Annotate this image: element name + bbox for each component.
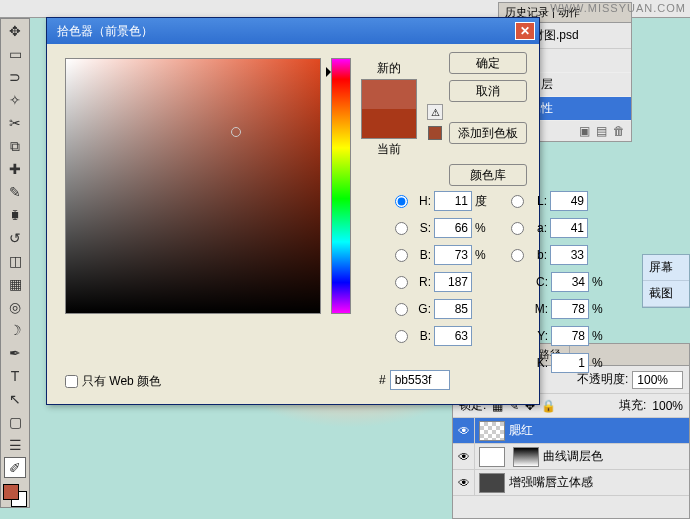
k-input[interactable] [551, 353, 589, 373]
gamut-color-swatch[interactable] [428, 126, 442, 140]
lock-all-icon[interactable]: 🔒 [541, 399, 556, 413]
path-tool[interactable]: ↖ [4, 388, 26, 409]
color-field[interactable] [65, 58, 321, 314]
s-radio[interactable] [395, 222, 408, 235]
trash-icon[interactable]: 🗑 [613, 124, 625, 138]
type-tool[interactable]: T [4, 365, 26, 386]
watermark-text: WWW.MISSYUAN.COM [550, 2, 686, 14]
layer-row[interactable]: 👁 曲线调层色 [453, 444, 689, 470]
cancel-button[interactable]: 取消 [449, 80, 527, 102]
side-tab-a[interactable]: 屏幕 [643, 255, 689, 281]
lb-radio[interactable] [511, 249, 524, 262]
layer-row[interactable]: 👁 腮红 [453, 418, 689, 444]
foreground-swatch[interactable] [3, 484, 19, 500]
layer-name: 增强嘴唇立体感 [509, 474, 593, 491]
layer-row[interactable]: 👁 增强嘴唇立体感 [453, 470, 689, 496]
close-button[interactable]: ✕ [515, 22, 535, 40]
g-radio[interactable] [395, 303, 408, 316]
new-color-swatch [362, 80, 416, 109]
current-color-swatch[interactable] [362, 109, 416, 138]
r-radio[interactable] [395, 276, 408, 289]
notes-tool[interactable]: ☰ [4, 434, 26, 455]
wand-tool[interactable]: ✧ [4, 90, 26, 111]
web-only-label: 只有 Web 颜色 [82, 373, 161, 390]
new-doc-icon[interactable]: ▤ [596, 124, 607, 138]
s-input[interactable] [434, 218, 472, 238]
slice-tool[interactable]: ⧉ [4, 136, 26, 157]
m-input[interactable] [551, 299, 589, 319]
current-color-label: 当前 [377, 141, 401, 158]
g-input[interactable] [434, 299, 472, 319]
fill-label: 填充: [619, 397, 646, 414]
hex-input[interactable] [390, 370, 450, 390]
gradient-tool[interactable]: ▦ [4, 273, 26, 294]
heal-tool[interactable]: ✚ [4, 159, 26, 180]
fill-input[interactable]: 100% [652, 399, 683, 413]
bl-input[interactable] [434, 326, 472, 346]
eyedropper-tool[interactable]: ✐ [4, 457, 26, 478]
visibility-icon[interactable]: 👁 [453, 418, 475, 443]
new-snapshot-icon[interactable]: ▣ [579, 124, 590, 138]
crop-tool[interactable]: ✂ [4, 113, 26, 134]
r-input[interactable] [434, 272, 472, 292]
a-radio[interactable] [511, 222, 524, 235]
l-radio[interactable] [511, 195, 524, 208]
b-input[interactable] [434, 245, 472, 265]
gamut-warning-icon[interactable]: ⚠ [427, 104, 443, 120]
y-input[interactable] [551, 326, 589, 346]
h-input[interactable] [434, 191, 472, 211]
side-tab-peek: 屏幕 截图 [642, 254, 690, 308]
pen-tool[interactable]: ✒ [4, 342, 26, 363]
brush-tool[interactable]: ✎ [4, 182, 26, 203]
dodge-tool[interactable]: ☽ [4, 319, 26, 340]
move-tool[interactable]: ✥ [4, 21, 26, 42]
l-input[interactable] [550, 191, 588, 211]
marquee-tool[interactable]: ▭ [4, 44, 26, 65]
visibility-icon[interactable]: 👁 [453, 470, 475, 495]
shape-tool[interactable]: ▢ [4, 411, 26, 432]
layer-thumbnail [479, 447, 505, 467]
blur-tool[interactable]: ◎ [4, 296, 26, 317]
history-brush-tool[interactable]: ↺ [4, 228, 26, 249]
add-swatch-button[interactable]: 添加到色板 [449, 122, 527, 144]
new-color-label: 新的 [377, 60, 401, 77]
toolbox: ✥ ▭ ⊃ ✧ ✂ ⧉ ✚ ✎ ⧯ ↺ ◫ ▦ ◎ ☽ ✒ T ↖ ▢ ☰ ✐ [0, 18, 30, 508]
color-libraries-button[interactable]: 颜色库 [449, 164, 527, 186]
dialog-titlebar[interactable]: 拾色器（前景色） ✕ [47, 18, 539, 44]
dialog-title: 拾色器（前景色） [51, 23, 515, 40]
layer-mask-thumbnail [513, 447, 539, 467]
stamp-tool[interactable]: ⧯ [4, 205, 26, 226]
side-tab-b[interactable]: 截图 [643, 281, 689, 307]
color-swatches[interactable] [3, 484, 27, 507]
layer-thumbnail [479, 421, 505, 441]
c-input[interactable] [551, 272, 589, 292]
a-input[interactable] [550, 218, 588, 238]
hue-slider[interactable] [331, 58, 351, 314]
layer-thumbnail [479, 473, 505, 493]
layer-name: 腮红 [509, 422, 533, 439]
hex-label: # [379, 373, 386, 387]
ok-button[interactable]: 确定 [449, 52, 527, 74]
lb-input[interactable] [550, 245, 588, 265]
b-radio[interactable] [395, 249, 408, 262]
opacity-input[interactable]: 100% [632, 371, 683, 389]
eraser-tool[interactable]: ◫ [4, 251, 26, 272]
color-picker-dialog: 拾色器（前景色） ✕ 新的 当前 ⚠ 确定 取消 添加到色板 颜色库 [46, 17, 540, 405]
bl-radio[interactable] [395, 330, 408, 343]
h-radio[interactable] [395, 195, 408, 208]
lasso-tool[interactable]: ⊃ [4, 67, 26, 88]
visibility-icon[interactable]: 👁 [453, 444, 475, 469]
web-only-checkbox[interactable] [65, 375, 78, 388]
layer-name: 曲线调层色 [543, 448, 603, 465]
color-preview [361, 79, 417, 139]
color-field-marker [231, 127, 241, 137]
